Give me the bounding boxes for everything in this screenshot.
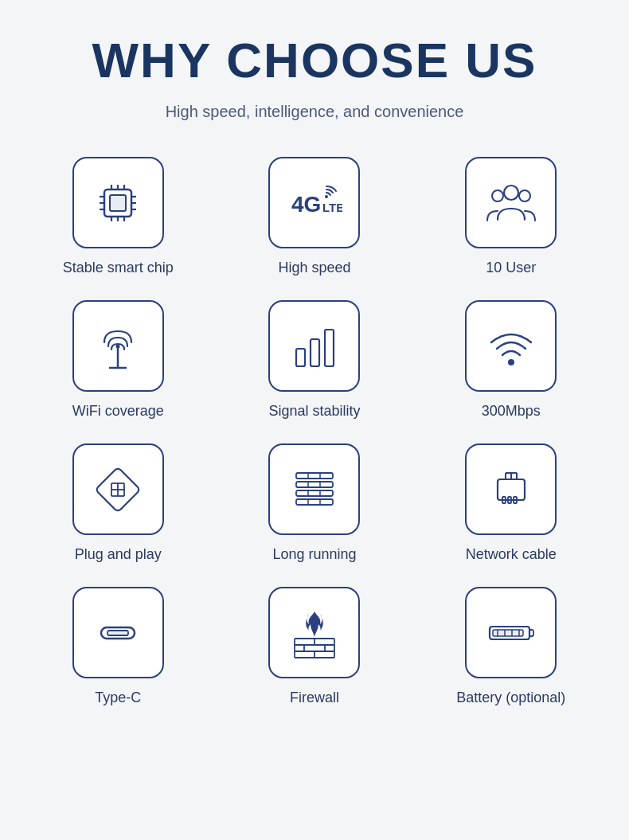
svg-point-23 [116,344,120,348]
bar-chart-icon-box [268,300,360,392]
svg-rect-1 [110,195,126,211]
ethernet-icon [483,462,539,518]
battery-optional-label: Battery (optional) [456,690,565,706]
battery-icon [483,605,539,661]
feature-wifi-coverage: WiFi coverage [28,300,209,420]
svg-point-27 [508,359,514,365]
svg-point-19 [519,190,530,201]
ethernet-icon-box [465,443,557,535]
svg-rect-56 [107,631,128,635]
usbc-icon [90,605,146,661]
feature-type-c: Type-C [28,587,209,706]
feature-long-running: Long running [225,443,405,563]
users-icon-box [465,157,557,248]
feature-300mbps: 300Mbps [420,300,601,420]
svg-point-16 [325,195,328,198]
svg-rect-25 [311,339,319,366]
grid-lines-icon [287,462,342,518]
wifi-icon-box [465,300,557,392]
wifi-icon [483,318,539,374]
wifi-coverage-label: WiFi coverage [72,403,164,420]
firewall-icon-box [268,587,360,678]
svg-rect-65 [529,630,533,636]
sim-icon-box [72,443,164,535]
type-c-label: Type-C [95,690,141,706]
high-speed-label: High speed [278,260,350,276]
svg-rect-36 [296,482,333,487]
svg-point-18 [492,190,503,201]
svg-rect-24 [296,349,305,366]
svg-rect-26 [325,330,334,366]
svg-text:4G: 4G [291,192,321,217]
network-cable-label: Network cable [466,546,557,563]
feature-battery-optional: Battery (optional) [420,587,601,706]
feature-stable-smart-chip: Stable smart chip [28,157,209,276]
4glte-icon-box: 4G LTE [268,157,360,248]
4glte-icon: 4G LTE [287,175,342,231]
chip-icon-box [72,157,164,248]
signal-stability-label: Signal stability [268,403,360,420]
wifi-tower-icon [90,318,146,374]
feature-firewall: Firewall [225,587,405,706]
svg-text:LTE: LTE [322,201,342,214]
users-icon [483,175,539,231]
wifi-tower-icon-box [72,300,164,392]
firewall-icon [287,605,342,661]
subtitle: High speed, intelligence, and convenienc… [166,103,464,121]
long-running-label: Long running [272,546,356,563]
svg-rect-35 [296,473,333,479]
svg-rect-37 [296,490,333,496]
grid-lines-icon-box [268,443,360,535]
svg-rect-38 [296,499,333,505]
feature-10-user: 10 User [420,157,601,276]
300mbps-label: 300Mbps [482,403,541,420]
feature-signal-stability: Signal stability [225,300,405,420]
feature-plug-and-play: Plug and play [28,443,209,563]
10-user-label: 10 User [486,260,536,276]
stable-smart-chip-label: Stable smart chip [63,260,174,276]
svg-rect-58 [295,645,334,651]
svg-point-17 [504,186,518,200]
sim-icon [90,462,146,518]
firewall-label: Firewall [290,690,339,706]
plug-and-play-label: Plug and play [75,546,162,563]
bar-chart-icon [287,318,342,374]
feature-network-cable: Network cable [420,443,601,563]
chip-icon [90,175,146,231]
feature-high-speed: 4G LTE High speed [225,157,405,276]
page-title: WHY CHOOSE US [92,32,537,88]
features-grid: Stable smart chip 4G LTE High speed [28,157,601,706]
usbc-icon-box [72,587,164,678]
battery-icon-box [465,587,557,678]
